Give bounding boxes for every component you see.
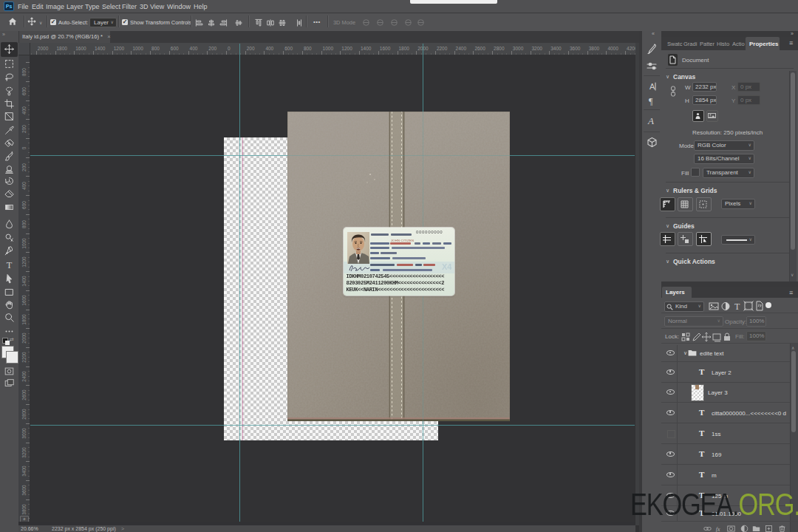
svg-text:T: T — [7, 259, 13, 270]
svg-text:¶: ¶ — [649, 96, 653, 106]
svg-text:A: A — [649, 82, 655, 91]
svg-text:T: T — [734, 301, 740, 311]
svg-text:A: A — [647, 115, 654, 126]
svg-text:fx: fx — [716, 526, 720, 532]
